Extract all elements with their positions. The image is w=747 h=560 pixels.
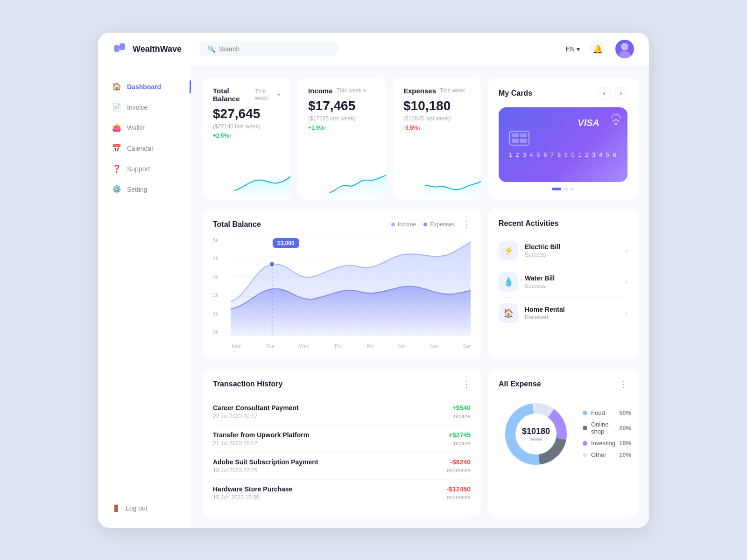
total-balance-period[interactable]: This week ▾ xyxy=(255,88,280,101)
donut-label: Week xyxy=(522,436,550,441)
expenses-period: This week xyxy=(440,87,465,94)
income-legend-dot xyxy=(391,223,395,226)
calendar-icon: 📅 xyxy=(112,144,121,153)
card-next-button[interactable]: › xyxy=(614,87,627,100)
income-value: $17,465 xyxy=(308,98,375,113)
logout-icon: 🚪 xyxy=(112,504,120,512)
transaction-history-card: Transaction History ⋮ Career Consultant … xyxy=(203,369,481,517)
income-title: Income xyxy=(308,87,333,95)
sidebar-item-wallet[interactable]: 👛 Wallet xyxy=(106,119,183,137)
chart-tooltip: $3,000 xyxy=(273,238,299,248)
donut-center: $10180 Week xyxy=(522,426,550,441)
search-bar[interactable]: 🔍 xyxy=(199,42,339,56)
card-nav: ‹ › xyxy=(598,87,627,100)
total-balance-last: ($27140 last week) xyxy=(213,123,280,130)
table-row: Career Consultant Payment 22 Jul 2023 10… xyxy=(213,399,471,426)
other-pct: 10% xyxy=(619,451,631,458)
my-cards-section: My Cards ‹ › VISA xyxy=(488,77,638,200)
activity-chevron-icon: › xyxy=(625,309,627,317)
card-dot-3[interactable] xyxy=(571,188,574,190)
card-dot-2[interactable] xyxy=(564,188,568,190)
sidebar-item-setting[interactable]: ⚙️ Setting xyxy=(106,180,183,199)
header: WealthWave 🔍 EN ▾ 🔔 xyxy=(98,33,649,66)
sidebar-item-invoice[interactable]: 📄 Invoice xyxy=(106,98,183,117)
total-balance-card: Total Balance This week ▾ $27,645 ($2714… xyxy=(203,77,290,200)
expenses-legend-dot xyxy=(423,223,427,226)
my-cards-title: My Cards xyxy=(499,89,532,98)
logo-icon xyxy=(113,42,128,56)
chevron-down-icon: ▾ xyxy=(363,87,366,94)
logout-button[interactable]: 🚪 Log out xyxy=(106,500,183,517)
gear-icon: ⚙️ xyxy=(112,185,121,194)
income-last: ($17265 last week) xyxy=(308,115,375,122)
expenses-change: -3.5%↓ xyxy=(403,125,471,131)
income-period[interactable]: This week ▾ xyxy=(337,87,366,94)
tx-name: Hardware Store Purchase xyxy=(213,485,292,493)
all-expense-title: All Expense xyxy=(499,380,541,388)
legend-online-shop: Online shop 20% xyxy=(583,421,631,435)
activity-chevron-icon: › xyxy=(625,278,627,286)
logout-label: Log out xyxy=(126,504,148,512)
card-dot-1[interactable] xyxy=(552,188,561,190)
main-content: Total Balance This week ▾ $27,645 ($2714… xyxy=(191,66,649,528)
search-input[interactable] xyxy=(219,45,331,53)
sidebar-item-calendar[interactable]: 📅 Calendar xyxy=(106,139,183,158)
chart-area: 5k 4k 3k 2k 1k 0k xyxy=(213,237,471,349)
tx-name: Career Consultant Payment xyxy=(213,404,299,412)
tx-date: 15 Jun 2023 15:30 xyxy=(213,494,292,501)
sidebar-item-support[interactable]: ❓ Support xyxy=(106,160,183,178)
transaction-menu-button[interactable]: ⋮ xyxy=(462,379,471,389)
recent-activities-card: Recent Activities ⚡ Electric Bill Succes… xyxy=(488,209,638,359)
tx-name: Transfer from Upwork Platform xyxy=(213,431,309,439)
water-bill-status: Success xyxy=(525,283,619,289)
table-row: Adobe Suit Subscription Payment 18 Jul 2… xyxy=(213,453,471,480)
activity-electric-bill[interactable]: ⚡ Electric Bill Success › xyxy=(499,235,627,266)
other-label: Other xyxy=(591,451,615,458)
income-change: +1.5%↑ xyxy=(308,125,375,131)
total-balance-chart xyxy=(234,172,290,200)
card-prev-button[interactable]: ‹ xyxy=(598,87,611,100)
app-name: WealthWave xyxy=(133,44,182,54)
home-rental-status: Received xyxy=(525,314,619,321)
bottom-row: Transaction History ⋮ Career Consultant … xyxy=(203,369,638,517)
svg-rect-1 xyxy=(120,43,125,50)
tx-type: income xyxy=(452,413,471,420)
y-axis-labels: 5k 4k 3k 2k 1k 0k xyxy=(213,237,228,335)
online-shop-pct: 20% xyxy=(619,425,631,432)
support-icon: ❓ xyxy=(112,164,121,174)
donut-area: $10180 Week Food 50% xyxy=(499,397,627,471)
activity-info: Home Rental Received xyxy=(525,306,619,321)
sidebar-item-label: Dashboard xyxy=(127,83,161,91)
electric-bill-icon: ⚡ xyxy=(499,241,518,260)
activity-info: Electric Bill Success xyxy=(525,243,619,258)
stats-row: Total Balance This week ▾ $27,645 ($2714… xyxy=(203,77,638,200)
electric-bill-status: Success xyxy=(525,252,619,258)
activity-chevron-icon: › xyxy=(625,246,627,255)
avatar[interactable] xyxy=(615,40,634,58)
expenses-last: ($10845 last week) xyxy=(403,115,471,122)
sidebar-item-label: Setting xyxy=(127,186,148,193)
online-shop-label: Online shop xyxy=(591,421,615,435)
header-right: EN ▾ 🔔 xyxy=(566,40,634,58)
chart-menu-button[interactable]: ⋮ xyxy=(462,219,471,230)
card-chip xyxy=(509,131,529,146)
sidebar-item-dashboard[interactable]: 🏠 Dashboard xyxy=(106,77,183,96)
legend-other: Other 10% xyxy=(583,451,631,458)
sidebar: 🏠 Dashboard 📄 Invoice 👛 Wallet 📅 Calenda… xyxy=(98,66,191,528)
activity-water-bill[interactable]: 💧 Water Bill Success › xyxy=(499,266,627,298)
chevron-down-icon: ▾ xyxy=(277,91,280,98)
tx-date: 21 Jul 2023 15:12 xyxy=(213,440,309,447)
nav-items: 🏠 Dashboard 📄 Invoice 👛 Wallet 📅 Calenda… xyxy=(106,77,183,500)
legend-investing: Investing 18% xyxy=(583,440,631,447)
expenses-card: Expenses This week $10,180 ($10845 last … xyxy=(393,77,481,200)
card-number: 1 2 3 4 5 6 7 8 9 0 1 2 3 4 5 6 xyxy=(509,151,617,158)
svg-point-2 xyxy=(621,43,628,50)
logo-area: WealthWave xyxy=(113,42,188,56)
tx-amount: -$12450 xyxy=(447,485,471,493)
notification-button[interactable]: 🔔 xyxy=(589,41,606,57)
expense-menu-button[interactable]: ⋮ xyxy=(619,379,627,389)
investing-pct: 18% xyxy=(619,440,631,447)
svg-rect-0 xyxy=(114,45,120,52)
activity-home-rental[interactable]: 🏠 Home Rental Received › xyxy=(499,298,627,329)
language-selector[interactable]: EN ▾ xyxy=(566,45,580,53)
